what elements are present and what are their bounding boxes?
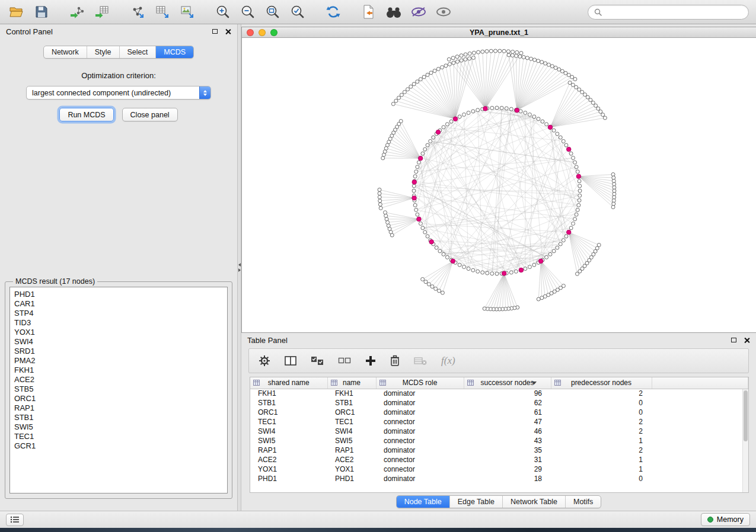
mcds-result-item[interactable]: SRD1 (14, 347, 227, 356)
import-network-icon (69, 5, 85, 19)
zoom-selected-button[interactable] (287, 2, 308, 21)
table-panel-tabs: Node Table Edge Table Network Table Moti… (396, 495, 602, 508)
run-mcds-button[interactable]: Run MCDS (59, 108, 113, 121)
table-scrollbar[interactable] (742, 389, 748, 492)
export-image-icon (180, 5, 195, 19)
zoom-selected-icon (290, 4, 305, 20)
share-document-button[interactable] (358, 2, 379, 21)
close-traffic-light[interactable] (247, 29, 254, 36)
float-panel-icon[interactable] (212, 29, 218, 34)
mcds-result-item[interactable]: PHD1 (14, 290, 227, 299)
column-header-name[interactable]: name (327, 377, 376, 389)
table-row[interactable]: RAP1RAP1dominator352 (250, 446, 748, 455)
table-row[interactable]: STB1STB1dominator620 (250, 398, 748, 408)
tab-mcds[interactable]: MCDS (155, 46, 193, 58)
mcds-result-item[interactable]: SWI4 (14, 337, 227, 347)
table-row[interactable]: ORC1ORC1dominator610 (250, 408, 748, 417)
panel-splitter[interactable] (237, 24, 241, 511)
table-row[interactable]: YOX1YOX1connector291 (250, 464, 748, 474)
tab-network[interactable]: Network (44, 46, 87, 58)
export-image-button[interactable] (177, 2, 198, 21)
close-panel-icon[interactable] (225, 28, 231, 35)
import-network-button[interactable] (66, 2, 88, 21)
deselect-all-button[interactable] (337, 355, 352, 366)
mcds-result-item[interactable]: YOX1 (14, 328, 227, 337)
plus-icon (365, 355, 376, 366)
tab-network-table[interactable]: Network Table (502, 496, 565, 508)
column-header-predecessor-nodes[interactable]: predecessor nodes (551, 377, 652, 389)
column-visibility-button[interactable] (283, 354, 298, 367)
mcds-result-item[interactable]: TEC1 (14, 432, 227, 441)
mcds-result-item[interactable]: RAP1 (14, 403, 227, 413)
table-row[interactable]: ACE2ACE2connector311 (250, 455, 748, 464)
column-header-shared-name[interactable]: shared name (250, 377, 327, 389)
table-row[interactable]: FKH1FKH1dominator962 (250, 389, 748, 398)
mcds-result-item[interactable]: STB1 (14, 413, 227, 422)
mcds-result-item[interactable]: PMA2 (14, 356, 227, 366)
search-box (588, 5, 749, 20)
zoom-out-button[interactable] (237, 2, 259, 21)
mcds-result-list[interactable]: PHD1CAR1STP4TID3YOX1SWI4SRD1PMA2FKH1ACE2… (9, 287, 228, 493)
minimize-traffic-light[interactable] (259, 29, 266, 36)
hide-elements-button[interactable] (408, 2, 429, 21)
open-file-button[interactable] (6, 2, 27, 21)
table-row[interactable]: PHD1PHD1dominator180 (250, 474, 748, 483)
float-table-panel-icon[interactable] (731, 338, 736, 342)
mcds-result-item[interactable]: SWI5 (14, 422, 227, 432)
splitter-collapse-right-icon[interactable] (238, 268, 241, 272)
zoom-fit-button[interactable] (262, 2, 283, 21)
show-elements-button[interactable] (433, 2, 454, 21)
column-type-icon (467, 380, 474, 386)
zoom-traffic-light[interactable] (270, 29, 277, 36)
optimization-criterion-select[interactable]: largest connected component (undirected) (26, 86, 211, 100)
search-input[interactable] (605, 8, 742, 17)
new-network-button[interactable] (127, 2, 148, 21)
mcds-result-item[interactable]: FKH1 (14, 366, 227, 375)
memory-label: Memory (717, 515, 744, 524)
mcds-buttons-row: Run MCDS Close panel (59, 108, 177, 121)
table-row[interactable]: TEC1TEC1connector472 (250, 417, 748, 427)
mcds-result-item[interactable]: STP4 (14, 309, 227, 318)
tab-style[interactable]: Style (87, 46, 119, 58)
add-column-button[interactable] (364, 354, 377, 367)
mcds-result-item[interactable]: STB5 (14, 384, 227, 394)
zoom-in-icon (215, 4, 231, 20)
tab-edge-table[interactable]: Edge Table (449, 496, 502, 508)
column-header-successor-nodes[interactable]: successor nodes (464, 377, 551, 389)
table-settings-button[interactable] (257, 354, 272, 368)
import-table-button[interactable] (91, 2, 113, 21)
save-session-button[interactable] (31, 2, 52, 21)
mcds-result-item[interactable]: ORC1 (14, 394, 227, 403)
delete-column-button[interactable] (389, 354, 401, 368)
new-table-button[interactable] (152, 2, 173, 21)
column-header-mcds-role[interactable]: MCDS role (376, 377, 464, 389)
function-builder-button[interactable]: f(x) (440, 354, 457, 368)
clear-table-button[interactable] (413, 355, 428, 367)
mcds-result-item[interactable]: ACE2 (14, 375, 227, 384)
tab-node-table[interactable]: Node Table (397, 496, 449, 508)
tab-select[interactable]: Select (119, 46, 156, 58)
network-graph-svg[interactable] (242, 38, 756, 332)
apply-layout-button[interactable] (323, 2, 344, 21)
select-all-button[interactable] (310, 355, 325, 367)
network-window-titlebar[interactable]: YPA_prune.txt_1 (242, 27, 756, 38)
find-button[interactable] (383, 2, 404, 21)
zoom-in-button[interactable] (212, 2, 234, 21)
mcds-result-group: MCDS result (17 nodes) PHD1CAR1STP4TID3Y… (5, 277, 232, 499)
table-row[interactable]: SWI4SWI4dominator462 (250, 427, 748, 436)
mcds-result-item[interactable]: CAR1 (14, 299, 227, 309)
zoom-fit-icon (265, 4, 280, 20)
splitter-collapse-left-icon[interactable] (238, 263, 241, 267)
close-panel-button[interactable]: Close panel (122, 108, 178, 121)
memory-button[interactable]: Memory (701, 513, 750, 526)
mcds-result-item[interactable]: TID3 (14, 318, 227, 328)
mcds-result-item[interactable]: GCR1 (14, 441, 227, 451)
document-share-icon (362, 4, 375, 20)
file-toolbar-group (6, 2, 52, 21)
close-table-panel-icon[interactable] (744, 337, 750, 344)
table-scrollbar-thumb[interactable] (744, 390, 748, 441)
table-row[interactable]: SWI5SWI5connector431 (250, 436, 748, 446)
tab-motifs[interactable]: Motifs (565, 496, 601, 508)
task-history-button[interactable] (6, 514, 24, 526)
network-canvas (242, 38, 756, 332)
